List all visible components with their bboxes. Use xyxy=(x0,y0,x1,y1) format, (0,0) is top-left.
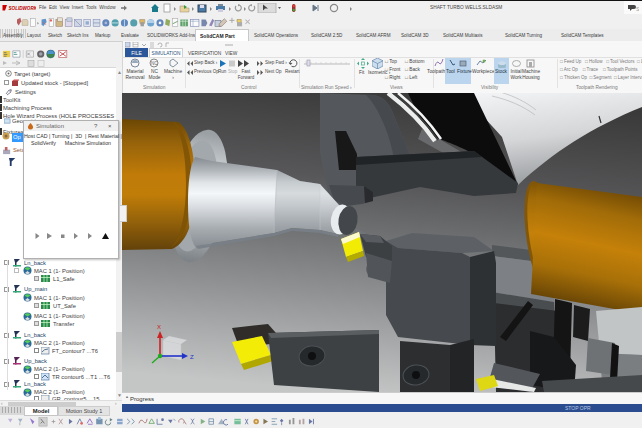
svg-text:S: S xyxy=(636,6,639,12)
svg-text:NC: NC xyxy=(151,61,158,66)
svg-text:SOLIDWORKS: SOLIDWORKS xyxy=(9,6,37,11)
svg-text:X: X xyxy=(157,324,161,330)
svg-text:Z: Z xyxy=(190,354,194,360)
